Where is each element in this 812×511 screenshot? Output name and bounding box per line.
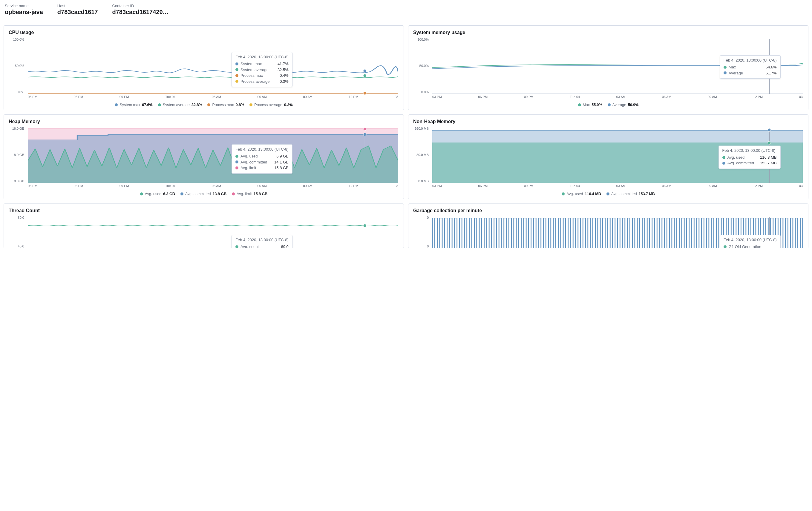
header-container-label: Container ID xyxy=(112,4,169,8)
x-axis: 03 PM06 PM09 PMTue 0403 AM06 AM09 AM12 P… xyxy=(28,184,398,190)
legend-item[interactable]: Avg. limit15.8 GB xyxy=(232,192,267,196)
chart-thread-count[interactable]: 80.0 40.0 Feb 4, 2020, 13:00:00 (UTC-8) … xyxy=(9,216,399,248)
y-axis: 80.0 40.0 xyxy=(9,216,26,248)
legend-item[interactable]: Max55.0% xyxy=(578,103,602,107)
marker-dot-icon xyxy=(768,141,771,144)
swatch-icon xyxy=(608,104,611,106)
marker-dot-icon xyxy=(363,224,367,227)
panel-title: Non-Heap Memory xyxy=(413,119,803,124)
panel-title: Garbage collection per minute xyxy=(413,208,803,214)
legend-item[interactable]: Avg. committed13.8 GB xyxy=(180,192,227,196)
chart-non-heap-memory[interactable]: 160.0 MB 80.0 MB 0.0 MB Feb 4, 2020, 13:… xyxy=(413,127,803,190)
swatch-icon xyxy=(250,104,253,106)
panel-title: CPU usage xyxy=(9,30,399,35)
marker-dot-icon xyxy=(363,127,367,131)
marker-dot-icon xyxy=(363,133,367,136)
legend-item[interactable]: Avg. used6.3 GB xyxy=(140,192,175,196)
swatch-icon xyxy=(180,193,183,195)
swatch-icon xyxy=(115,104,118,106)
legend-item[interactable]: System max67.6% xyxy=(115,103,152,107)
chart-cpu-usage[interactable]: 100.0% 50.0% 0.0% Fe xyxy=(9,38,399,101)
panel-thread-count: Thread Count 80.0 40.0 Feb 4, 2020, 13:0… xyxy=(4,203,404,248)
swatch-icon xyxy=(578,104,581,106)
plot[interactable]: Feb 4, 2020, 13:00:00 (UTC-8) Max54.6% A… xyxy=(432,39,803,94)
header-host: Host d783cacd1617 xyxy=(57,4,98,16)
legend-item[interactable]: Avg. used116.4 MB xyxy=(562,192,601,196)
chart-system-memory[interactable]: 100.0% 50.0% 0.0% Feb 4, 2020, 13:00:00 … xyxy=(413,38,803,101)
header-host-label: Host xyxy=(57,4,98,8)
panel-non-heap-memory: Non-Heap Memory 160.0 MB 80.0 MB 0.0 MB … xyxy=(408,114,808,199)
tooltip-time: Feb 4, 2020, 13:00:00 (UTC-8) xyxy=(722,148,777,153)
chart-tooltip: Feb 4, 2020, 13:00:00 (UTC-8) Avg. used6… xyxy=(232,144,292,174)
plot[interactable]: Feb 4, 2020, 13:00:00 (UTC-8) System max… xyxy=(28,39,398,94)
chart-legend: Avg. used116.4 MB Avg. committed153.7 MB xyxy=(413,192,803,196)
x-axis: 03 PM06 PM09 PMTue 0403 AM06 AM09 AM12 P… xyxy=(432,184,803,190)
chart-legend: System max67.6% System average32.8% Proc… xyxy=(9,103,399,107)
marker-dot-icon xyxy=(768,129,771,132)
header-container: Container ID d783cacd1617429… xyxy=(112,4,169,16)
page-header: Service name opbeans-java Host d783cacd1… xyxy=(4,2,808,21)
header-service-value: opbeans-java xyxy=(5,9,43,16)
tooltip-time: Feb 4, 2020, 13:00:00 (UTC-8) xyxy=(724,58,777,62)
chart-tooltip: Feb 4, 2020, 13:00:00 (UTC-8) G1 Old Gen… xyxy=(720,235,781,248)
marker-dot-icon xyxy=(363,69,367,72)
x-axis: 03 PM06 PM09 PMTue 0403 AM06 AM09 AM12 P… xyxy=(28,95,398,101)
y-axis: 100.0% 50.0% 0.0% xyxy=(413,38,431,94)
swatch-icon xyxy=(232,193,235,195)
chart-heap-memory[interactable]: 16.0 GB 8.0 GB 0.0 GB xyxy=(9,127,399,190)
panel-cpu-usage: CPU usage 100.0% 50.0% 0.0% xyxy=(4,25,404,110)
panel-title: Thread Count xyxy=(9,208,399,214)
plot[interactable]: Feb 4, 2020, 13:00:00 (UTC-8) G1 Old Gen… xyxy=(432,217,803,248)
chart-legend: Avg. used6.3 GB Avg. committed13.8 GB Av… xyxy=(9,192,399,196)
header-service: Service name opbeans-java xyxy=(5,4,43,16)
legend-item[interactable]: Average50.9% xyxy=(608,103,639,107)
legend-item[interactable]: Process average0.3% xyxy=(250,103,292,107)
chart-crosshair xyxy=(365,128,365,183)
y-axis: 160.0 MB 80.0 MB 0.0 MB xyxy=(413,127,431,183)
swatch-icon xyxy=(158,104,161,106)
panel-title: System memory usage xyxy=(413,30,803,35)
swatch-icon xyxy=(207,104,210,106)
swatch-icon xyxy=(140,193,143,195)
marker-dot-icon xyxy=(363,92,367,95)
panel-gc-per-minute: Garbage collection per minute 0 0 Feb 4,… xyxy=(408,203,808,248)
plot[interactable]: Feb 4, 2020, 13:00:00 (UTC-8) Avg. count… xyxy=(28,217,398,248)
x-axis: 03 PM06 PM09 PMTue 0403 AM06 AM09 AM12 P… xyxy=(432,95,803,101)
legend-item[interactable]: Process max0.8% xyxy=(207,103,244,107)
chart-legend: Max55.0% Average50.9% xyxy=(413,103,803,107)
swatch-icon xyxy=(562,193,564,195)
tooltip-time: Feb 4, 2020, 13:00:00 (UTC-8) xyxy=(235,55,289,59)
y-axis: 100.0% 50.0% 0.0% xyxy=(9,38,26,94)
swatch-icon xyxy=(606,193,609,195)
chart-tooltip: Feb 4, 2020, 13:00:00 (UTC-8) Max54.6% A… xyxy=(720,55,781,79)
chart-crosshair xyxy=(365,217,365,248)
panel-grid: CPU usage 100.0% 50.0% 0.0% xyxy=(4,25,808,248)
legend-item[interactable]: Avg. committed153.7 MB xyxy=(606,192,655,196)
y-axis: 16.0 GB 8.0 GB 0.0 GB xyxy=(9,127,26,183)
tooltip-time: Feb 4, 2020, 13:00:00 (UTC-8) xyxy=(724,237,777,242)
plot[interactable]: Feb 4, 2020, 13:00:00 (UTC-8) Avg. used6… xyxy=(28,128,398,183)
panel-heap-memory: Heap Memory 16.0 GB 8.0 GB 0.0 GB xyxy=(4,114,404,199)
panel-system-memory: System memory usage 100.0% 50.0% 0.0% Fe… xyxy=(408,25,808,110)
chart-gc-per-minute[interactable]: 0 0 Feb 4, 2020, 13:00:00 (UTC-8) G1 Old… xyxy=(413,216,803,248)
tooltip-time: Feb 4, 2020, 13:00:00 (UTC-8) xyxy=(235,237,289,242)
header-container-value: d783cacd1617429… xyxy=(112,9,169,16)
chart-crosshair xyxy=(365,39,365,94)
chart-tooltip: Feb 4, 2020, 13:00:00 (UTC-8) System max… xyxy=(232,52,292,87)
panel-title: Heap Memory xyxy=(9,119,399,124)
header-service-label: Service name xyxy=(5,4,43,8)
tooltip-time: Feb 4, 2020, 13:00:00 (UTC-8) xyxy=(235,147,289,151)
chart-tooltip: Feb 4, 2020, 13:00:00 (UTC-8) Avg. used1… xyxy=(719,145,781,169)
chart-tooltip: Feb 4, 2020, 13:00:00 (UTC-8) Avg. count… xyxy=(232,235,292,248)
y-axis: 0 0 xyxy=(413,216,431,248)
legend-item[interactable]: System average32.8% xyxy=(158,103,202,107)
header-host-value: d783cacd1617 xyxy=(57,9,98,16)
plot[interactable]: Feb 4, 2020, 13:00:00 (UTC-8) Avg. used1… xyxy=(432,128,803,183)
marker-dot-icon xyxy=(363,74,367,77)
